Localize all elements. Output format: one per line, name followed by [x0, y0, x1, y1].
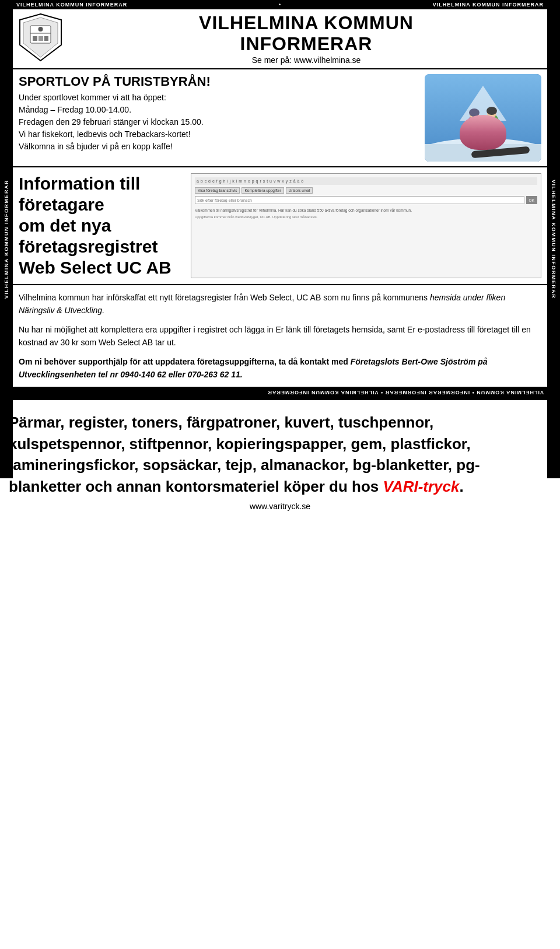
ski-photo: [425, 74, 541, 162]
svg-line-24: [492, 120, 501, 125]
info-heading: Information till företagare om det nya f…: [19, 173, 182, 278]
office-text: Pärmar, register, toners, färgpatroner, …: [9, 412, 551, 497]
tab-2[interactable]: Komplettera uppgifter: [242, 187, 284, 194]
right-side-banner: VILHELMINA KOMMUN INFORMERAR: [547, 0, 560, 478]
svg-point-21: [487, 127, 496, 134]
svg-rect-7: [44, 36, 48, 41]
website-url: www.varitryck.se: [9, 502, 551, 511]
header-subtitle: Se mer på: www.vilhelmina.se: [71, 55, 541, 65]
sportlov-text: SPORTLOV PÅ TURISTBYRÅN! Under sportlove…: [19, 74, 419, 162]
article-para2: Nu har ni möjlighet att komplettera era …: [19, 323, 541, 349]
svg-line-23: [483, 120, 492, 128]
bottom-strip-text: VILHELMINA KOMMUN • INFORMERAR INFORMERA…: [267, 390, 544, 395]
header-main: VILHELMINA KOMMUN INFORMERAR Se mer på: …: [13, 9, 547, 69]
left-side-banner: VILHELMINA KOMMUN INFORMERAR: [0, 0, 13, 478]
sportlov-para3: Vi har fiskekort, ledbevis och Trebackar…: [19, 128, 419, 141]
header-title-area: VILHELMINA KOMMUN INFORMERAR Se mer på: …: [71, 13, 541, 64]
logo-area: [19, 13, 65, 65]
main-title: VILHELMINA KOMMUN INFORMERAR: [71, 13, 541, 54]
svg-point-18: [462, 136, 483, 142]
tab-3[interactable]: Urtsors urval: [286, 187, 313, 194]
tab-1[interactable]: Visa företag branschvis: [195, 187, 240, 194]
bottom-inverted-strip: VILHELMINA KOMMUN • INFORMERAR INFORMERA…: [13, 388, 547, 397]
right-side-text: VILHELMINA KOMMUN INFORMERAR: [551, 180, 556, 299]
article-para3: Om ni behöver supporthjälp för att uppda…: [19, 355, 541, 381]
info-text-left: Information till företagare om det nya f…: [19, 173, 182, 278]
svg-point-25: [480, 135, 501, 140]
sportlov-para4: Välkomna in så bjuder vi på en kopp kaff…: [19, 141, 419, 153]
office-section: Pärmar, register, toners, färgpatroner, …: [0, 400, 560, 517]
screenshot-tabs: Visa företag branschvis Komplettera uppg…: [195, 187, 537, 194]
svg-point-4: [38, 27, 43, 31]
info-screenshot: a b c d e f g h i j k l m n o p q r s t …: [191, 173, 541, 278]
svg-line-17: [474, 122, 483, 127]
info-section: Information till företagare om det nya f…: [13, 167, 547, 285]
svg-rect-6: [38, 36, 43, 41]
screenshot-body: Välkommen till näringslivsregistret för …: [195, 208, 537, 213]
article-section: Vilhelmina kommun har införskaffat ett n…: [13, 285, 547, 388]
page-wrapper: VILHELMINA KOMMUN INFORMERAR VILHELMINA …: [0, 0, 560, 517]
article-para1: Vilhelmina kommun har införskaffat ett n…: [19, 291, 541, 317]
svg-point-15: [469, 108, 480, 117]
left-side-text: VILHELMINA KOMMUN INFORMERAR: [4, 180, 9, 299]
sportlov-para2: Fredagen den 29 februari stänger vi kloc…: [19, 116, 419, 128]
header-top-strip: VILHELMINA KOMMUN INFORMERAR • VILHELMIN…: [13, 0, 547, 9]
sportlov-image: [425, 74, 541, 162]
logo-shield: [19, 13, 62, 62]
svg-point-14: [470, 128, 479, 135]
sportlov-section: SPORTLOV PÅ TURISTBYRÅN! Under sportlove…: [13, 69, 547, 167]
dot-separator: •: [279, 2, 281, 8]
sportlov-para1: Under sportlovet kommer vi att ha öppet:…: [19, 92, 419, 116]
header-strip-left: VILHELMINA KOMMUN INFORMERAR: [16, 2, 127, 8]
svg-point-26: [463, 138, 492, 145]
screenshot-search-input[interactable]: [195, 196, 524, 204]
screenshot-search-row: OK: [195, 196, 537, 204]
svg-rect-10: [425, 144, 541, 162]
screenshot-footer: Uppgifterna kommer ifrån webbverktyget, …: [195, 215, 537, 219]
svg-line-16: [466, 122, 474, 129]
svg-point-19: [485, 114, 499, 130]
svg-point-22: [487, 107, 497, 115]
screenshot-alphabet: a b c d e f g h i j k l m n o p q r s t …: [195, 177, 537, 185]
sportlov-heading: SPORTLOV PÅ TURISTBYRÅN!: [19, 74, 419, 89]
header-strip-right: VILHELMINA KOMMUN INFORMERAR: [433, 2, 544, 8]
svg-point-12: [467, 115, 481, 132]
screenshot-search-btn[interactable]: OK: [526, 196, 537, 204]
svg-rect-5: [33, 36, 37, 41]
brand-name: VARI-tryck: [383, 478, 459, 495]
ski-scene: [425, 74, 541, 162]
